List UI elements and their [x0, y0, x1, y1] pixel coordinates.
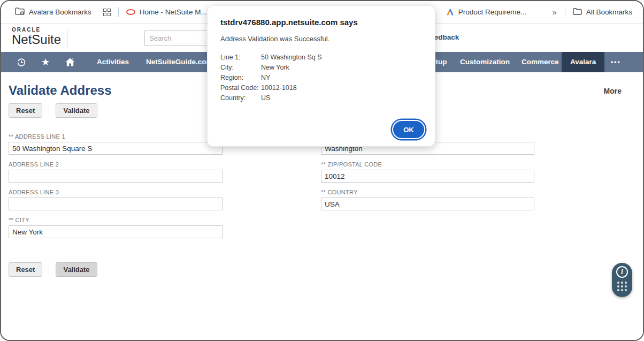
dialog-ok-button[interactable]: OK — [393, 121, 424, 138]
field-address-line-2: ADDRESS LINE 2 — [9, 161, 223, 183]
dialog-title: tstdrv476880.app.netsuite.com says — [220, 18, 424, 27]
bookmark-label: Home - NetSuite M... — [140, 8, 207, 16]
button-divider — [49, 263, 49, 275]
dots-grid-icon — [617, 282, 627, 291]
logo-netsuite-text: NetSuite — [12, 33, 61, 46]
bookmark-home-netsuite[interactable]: Home - NetSuite M... — [126, 8, 207, 16]
bookmark-folder-label: Avalara Bookmarks — [29, 8, 91, 16]
field-label: ** ADDRESS LINE 1 — [9, 133, 223, 140]
field-zip: ** ZIP/POSTAL CODE — [321, 161, 534, 183]
dialog-detail-row: Country: US — [220, 93, 424, 103]
address-line-2-input[interactable] — [9, 170, 223, 183]
address-line-3-input[interactable] — [9, 198, 223, 210]
dialog-detail-row: Line 1: 50 Washington Sq S — [220, 52, 424, 63]
detail-label: Country: — [220, 93, 261, 103]
browser-window: Avalara Bookmarks Home - NetSuite M... ∞… — [0, 0, 644, 341]
nav-item-netsuiteguide[interactable]: NetSuiteGuide.com — [146, 52, 213, 72]
detail-value: US — [261, 93, 270, 103]
oracle-favicon-icon — [126, 9, 135, 15]
city-input[interactable] — [9, 225, 223, 238]
recent-history-icon[interactable] — [16, 57, 26, 67]
field-label: ** ZIP/POSTAL CODE — [321, 161, 534, 168]
bookmark-folder-avalara[interactable]: Avalara Bookmarks — [15, 7, 91, 17]
nav-item-customization[interactable]: Customization — [460, 52, 510, 72]
folder-gear-icon — [15, 7, 25, 17]
bookmarks-separator — [565, 7, 565, 17]
atlassian-favicon-icon — [446, 9, 454, 16]
field-address-line-1: ** ADDRESS LINE 1 — [9, 133, 223, 155]
bookmark-label: Product Requireme... — [458, 8, 527, 16]
bookmarks-overflow-chevron[interactable]: » — [552, 7, 557, 17]
detail-label: Region: — [220, 73, 261, 83]
bottom-button-row: Reset Validate — [9, 262, 643, 276]
dialog-detail-row: Region: NY — [220, 73, 424, 83]
detail-value: NY — [261, 73, 270, 83]
all-bookmarks-button[interactable]: All Bookmarks — [573, 7, 632, 17]
zip-input[interactable] — [321, 170, 534, 183]
dialog-message: Address Validation was Successful. — [220, 35, 424, 43]
dialog-detail-row: Postal Code: 10012-1018 — [220, 83, 424, 93]
field-address-line-3: ADDRESS LINE 3 — [9, 189, 223, 210]
home-icon[interactable] — [65, 57, 75, 67]
more-link[interactable]: More — [604, 87, 622, 95]
button-divider — [49, 104, 49, 116]
address-form: ** ADDRESS LINE 1 ADDRESS LINE 2 ADDRESS… — [9, 133, 643, 245]
dialog-details: Line 1: 50 Washington Sq S City: New Yor… — [220, 52, 424, 103]
nav-more-dots[interactable]: ••• — [611, 52, 621, 72]
detail-value: New York — [261, 63, 289, 73]
validate-button-bottom[interactable]: Validate — [56, 262, 97, 277]
validate-button-top[interactable]: Validate — [56, 103, 97, 118]
dialog-detail-row: City: New York — [220, 63, 424, 73]
shortcuts-star-icon[interactable]: ★ — [40, 57, 51, 67]
country-input[interactable] — [321, 198, 534, 210]
info-icon: i — [616, 266, 628, 278]
nav-item-commerce[interactable]: Commerce — [522, 52, 559, 72]
help-feedback-widget[interactable]: i — [612, 263, 632, 297]
field-country: ** COUNTRY — [321, 189, 534, 210]
reset-button-bottom[interactable]: Reset — [9, 262, 42, 277]
form-right-column: ** ZIP/POSTAL CODE ** COUNTRY — [321, 133, 534, 245]
apps-grid-icon[interactable] — [103, 9, 111, 16]
nav-item-avalara-active[interactable]: Avalara — [562, 52, 604, 72]
bookmarks-bar-right: ific... Product Requireme... » All Bookm… — [420, 1, 632, 23]
oracle-netsuite-logo: ORACLE NetSuite — [12, 27, 61, 46]
all-bookmarks-label: All Bookmarks — [586, 8, 632, 16]
field-city: ** CITY — [9, 217, 223, 238]
field-label: ** CITY — [9, 217, 223, 224]
alert-dialog: tstdrv476880.app.netsuite.com says Addre… — [207, 5, 435, 147]
reset-button-top[interactable]: Reset — [9, 103, 42, 118]
folder-icon — [573, 7, 582, 17]
header-divider — [67, 28, 67, 48]
field-label: ADDRESS LINE 3 — [9, 189, 223, 196]
bookmarks-separator — [118, 7, 119, 17]
nav-left-group: ★ Activities NetSuiteGuide.com — [16, 52, 213, 72]
detail-value: 50 Washington Sq S — [261, 52, 322, 63]
field-label: ADDRESS LINE 2 — [9, 161, 223, 168]
detail-label: Postal Code: — [220, 83, 261, 93]
field-label: ** COUNTRY — [321, 189, 534, 196]
detail-value: 10012-1018 — [261, 83, 297, 93]
detail-label: City: — [220, 63, 261, 73]
address-line-1-input[interactable] — [9, 142, 223, 155]
detail-label: Line 1: — [220, 52, 261, 63]
form-left-column: ** ADDRESS LINE 1 ADDRESS LINE 2 ADDRESS… — [9, 133, 223, 245]
nav-item-activities[interactable]: Activities — [97, 52, 129, 72]
bookmark-product-requirements[interactable]: Product Requireme... — [446, 8, 527, 16]
